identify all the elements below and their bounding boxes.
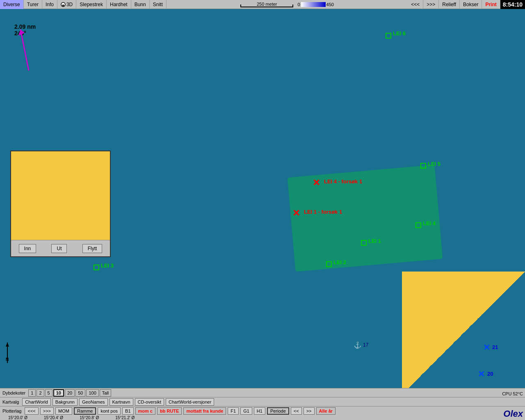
plotterlag-g1[interactable]: G1: [240, 407, 252, 415]
plotterlag-mom[interactable]: MOM: [55, 407, 72, 415]
svg-line-0: [21, 30, 29, 71]
scale-left-tick: [240, 5, 241, 7]
marker-lei6-square[interactable]: [386, 33, 391, 39]
depth-label: Dybdekoter: [0, 390, 28, 396]
depth-5[interactable]: 5: [45, 389, 52, 397]
marker-lei1forsok-label: LEI 1 - forsøk 1: [304, 209, 342, 215]
coord-3: 15°20.8' Ø: [71, 415, 107, 420]
coord-2: 15°20.4' Ø: [36, 415, 71, 420]
marker-21-x[interactable]: ✕: [483, 343, 490, 352]
plotterlag-next[interactable]: >>: [304, 407, 315, 415]
time-display: 8:54:10: [500, 0, 525, 9]
top-menu-bar: Diverse Turer Info 3D Slepestrek Hardhet…: [0, 0, 525, 9]
scale-max-val: 450: [326, 2, 334, 7]
kartvalg-kartnavn[interactable]: Kartnavn: [110, 398, 133, 406]
marker-lei3-square[interactable]: [94, 265, 99, 270]
distance-indicator: 2.09 nm 240°: [14, 23, 36, 37]
inset-flytt-button[interactable]: Flytt: [82, 244, 103, 253]
depth-20[interactable]: 20: [65, 389, 75, 397]
menu-turer[interactable]: Turer: [24, 0, 42, 9]
map-area[interactable]: 2.09 nm 240° LEI 6 LEI 5 ✕ LEI 4 - forsø…: [0, 9, 525, 395]
inset-ut-button[interactable]: Ut: [51, 244, 67, 253]
plotterlag-kontpos[interactable]: kont pos: [98, 407, 121, 415]
shallow-water: [402, 272, 525, 395]
kartvalg-chartworld[interactable]: ChartWorld: [22, 398, 50, 406]
plotterlag-mottatt[interactable]: mottatt fra kunde: [183, 407, 226, 415]
plotterlag-bbrute[interactable]: bb RUTE: [157, 407, 182, 415]
plotterlag-nav-back[interactable]: <<<: [25, 407, 38, 415]
inset-map-buttons: Inn Ut Flytt: [11, 240, 110, 256]
inset-map: Inn Ut Flytt: [10, 151, 111, 257]
marker-lei4forsok-x[interactable]: ✕: [313, 178, 320, 187]
menu-relieff[interactable]: Relieff: [439, 0, 460, 9]
plotterlag-allear[interactable]: Alle år: [316, 407, 336, 415]
kartvalg-cdoversikt[interactable]: CD-oversikt: [135, 398, 164, 406]
svg-text:N: N: [6, 357, 9, 362]
inset-canvas: [11, 151, 110, 242]
kartvalg-geonames[interactable]: GeoNames: [79, 398, 108, 406]
menu-3d[interactable]: 3D: [57, 0, 76, 9]
scale-bar-area: 250 meter 0 450: [167, 2, 408, 7]
menu-diverse[interactable]: Diverse: [0, 0, 24, 9]
marker-lei1-square[interactable]: [361, 240, 367, 246]
plotterlag-b1[interactable]: B1: [122, 407, 133, 415]
plotterlag-periode[interactable]: Periode: [267, 407, 289, 415]
nav-forward[interactable]: >>>: [423, 0, 439, 9]
marker-lei2-label: LEI 2: [333, 259, 346, 265]
marker-20-label: 20: [487, 371, 493, 377]
plotterlag-prev[interactable]: <<: [291, 407, 302, 415]
marker-lei1forsok-x[interactable]: ✕: [292, 209, 300, 218]
menu-bokser[interactable]: Bokser: [460, 0, 482, 9]
menu-snitt[interactable]: Snitt: [150, 0, 167, 9]
cpu-indicator: CPU 52°C: [502, 391, 523, 396]
plotterlag-nav-fwd[interactable]: >>>: [40, 407, 54, 415]
marker-21-label: 21: [492, 344, 498, 350]
scale-gradient: [301, 2, 326, 7]
menu-hardhet[interactable]: Hardhet: [107, 0, 131, 9]
kartvalg-versjoner[interactable]: ChartWorld-versjoner: [166, 398, 214, 406]
menu-slepestrek[interactable]: Slepestrek: [76, 0, 107, 9]
coordinate-bar: 15°20.0' Ø 15°20.4' Ø 15°20.8' Ø 15°21.2…: [0, 415, 525, 420]
depth-100[interactable]: 100: [86, 389, 98, 397]
menu-bunn[interactable]: Bunn: [131, 0, 150, 9]
olex-logo: Olex: [503, 409, 523, 419]
north-arrow-icon: N: [3, 340, 11, 365]
scale-min-val: 0: [297, 2, 300, 7]
plotterlag-f1[interactable]: F1: [228, 407, 239, 415]
marker-lei6-label: LEI 6: [393, 30, 406, 37]
marker-lei5-label: LEI 5: [428, 161, 441, 167]
nav-back[interactable]: <<<: [408, 0, 423, 9]
inset-inn-button[interactable]: Inn: [19, 244, 37, 253]
menu-info[interactable]: Info: [42, 0, 57, 9]
marker-lei2-square[interactable]: [326, 261, 332, 267]
marker-lei4-square[interactable]: [415, 222, 421, 228]
coord-4: 15°21.2' Ø: [107, 415, 143, 420]
kartvalg-label: Kartvalg: [0, 399, 21, 405]
marker-20-x[interactable]: ✕: [478, 370, 485, 378]
chart-selection-bar: Kartvalg ChartWorld Bakgrunn GeoNames Ka…: [0, 397, 525, 406]
radio-3d-icon: [61, 2, 66, 7]
scale-values: 0 450: [297, 2, 333, 7]
marker-lei3-label: LEI 3: [101, 262, 114, 269]
marker-lei5-square[interactable]: [420, 163, 426, 169]
marker-lei4-label: LEI 4: [423, 220, 436, 226]
anchor-17-icon: ⚓: [354, 341, 362, 349]
plotterlag-momc[interactable]: mom c: [135, 407, 155, 415]
depth-10[interactable]: 10: [53, 389, 64, 397]
plotterlag-ramme[interactable]: Ramme: [74, 407, 96, 415]
depth-50[interactable]: 50: [75, 389, 85, 397]
menu-3d-label: 3D: [66, 2, 73, 7]
svg-marker-3: [6, 342, 9, 347]
plotter-layer-bar: Plotterlag <<< >>> MOM Ramme kont pos B1…: [0, 406, 525, 415]
marker-lei1-label: LEI 1: [368, 238, 381, 244]
depth-bar: Dybdekoter 1 2 5 10 20 50 100 Tall: [0, 388, 525, 397]
depth-2[interactable]: 2: [37, 389, 44, 397]
kartvalg-bakgrunn[interactable]: Bakgrunn: [52, 398, 78, 406]
plotterlag-h1[interactable]: H1: [254, 407, 265, 415]
menu-print[interactable]: Print: [482, 0, 500, 9]
coord-1: 15°20.0' Ø: [0, 415, 36, 420]
marker-17-label: 17: [363, 342, 368, 348]
scale-right-tick: [292, 5, 293, 7]
depth-1[interactable]: 1: [28, 389, 36, 397]
depth-tall[interactable]: Tall: [100, 389, 112, 397]
